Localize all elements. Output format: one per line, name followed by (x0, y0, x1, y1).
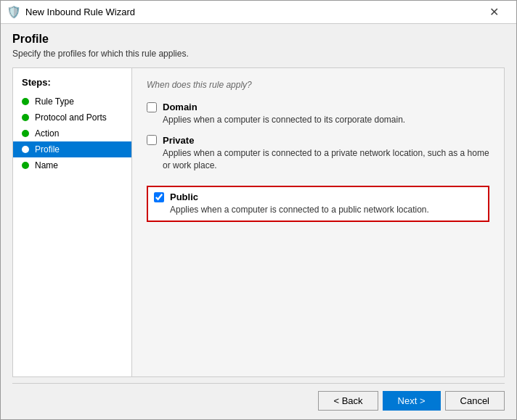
main-layout: Steps: Rule Type Protocol and Ports Acti… (12, 67, 505, 377)
public-checkbox[interactable] (154, 192, 164, 202)
private-checkbox[interactable] (147, 135, 157, 145)
close-button[interactable]: ✕ (477, 1, 510, 24)
sidebar-item-label-profile: Profile (35, 144, 60, 155)
public-description: Applies when a computer is connected to … (170, 204, 482, 216)
private-checkbox-row: Private (147, 135, 489, 146)
domain-label[interactable]: Domain (163, 102, 198, 112)
sidebar-item-label-action: Action (35, 128, 59, 139)
sidebar-item-name[interactable]: Name (13, 157, 131, 173)
page-subtitle: Specify the profiles for which this rule… (12, 49, 505, 59)
step-dot-protocol-ports (22, 114, 29, 121)
private-description: Applies when a computer is connected to … (163, 147, 489, 172)
steps-panel: Steps: Rule Type Protocol and Ports Acti… (12, 67, 132, 377)
steps-title: Steps: (13, 74, 131, 94)
page-title: Profile (12, 33, 505, 46)
domain-checkbox-row: Domain (147, 102, 489, 112)
footer: < Back Next > Cancel (1, 384, 516, 419)
step-dot-profile (22, 146, 29, 153)
sidebar-item-label-rule-type: Rule Type (35, 96, 74, 107)
private-option: Private Applies when a computer is conne… (147, 135, 489, 172)
question-text: When does this rule apply? (147, 80, 489, 90)
public-checkbox-row: Public (154, 192, 482, 202)
sidebar-item-rule-type[interactable]: Rule Type (13, 94, 131, 110)
wizard-window: 🛡️ New Inbound Rule Wizard ✕ Profile Spe… (0, 0, 517, 420)
private-label[interactable]: Private (163, 135, 194, 146)
window-icon: 🛡️ (7, 5, 21, 20)
step-dot-action (22, 130, 29, 137)
window-title: New Inbound Rule Wizard (25, 7, 477, 17)
sidebar-item-action[interactable]: Action (13, 125, 131, 141)
cancel-button[interactable]: Cancel (445, 391, 505, 411)
domain-checkbox[interactable] (147, 102, 157, 112)
step-dot-rule-type (22, 98, 29, 105)
sidebar-item-label-protocol-ports: Protocol and Ports (35, 112, 107, 123)
public-option-box: Public Applies when a computer is connec… (147, 186, 489, 222)
step-dot-name (22, 162, 29, 169)
domain-description: Applies when a computer is connected to … (163, 114, 489, 126)
sidebar-item-protocol-ports[interactable]: Protocol and Ports (13, 110, 131, 125)
next-button[interactable]: Next > (383, 391, 441, 411)
domain-option: Domain Applies when a computer is connec… (147, 102, 489, 126)
back-button[interactable]: < Back (318, 391, 378, 411)
sidebar-item-label-name: Name (35, 160, 58, 170)
title-bar: 🛡️ New Inbound Rule Wizard ✕ (1, 1, 516, 24)
content-area: Profile Specify the profiles for which t… (1, 24, 516, 383)
sidebar-item-profile[interactable]: Profile (13, 141, 131, 157)
public-label[interactable]: Public (170, 192, 198, 202)
right-panel: When does this rule apply? Domain Applie… (132, 67, 505, 377)
